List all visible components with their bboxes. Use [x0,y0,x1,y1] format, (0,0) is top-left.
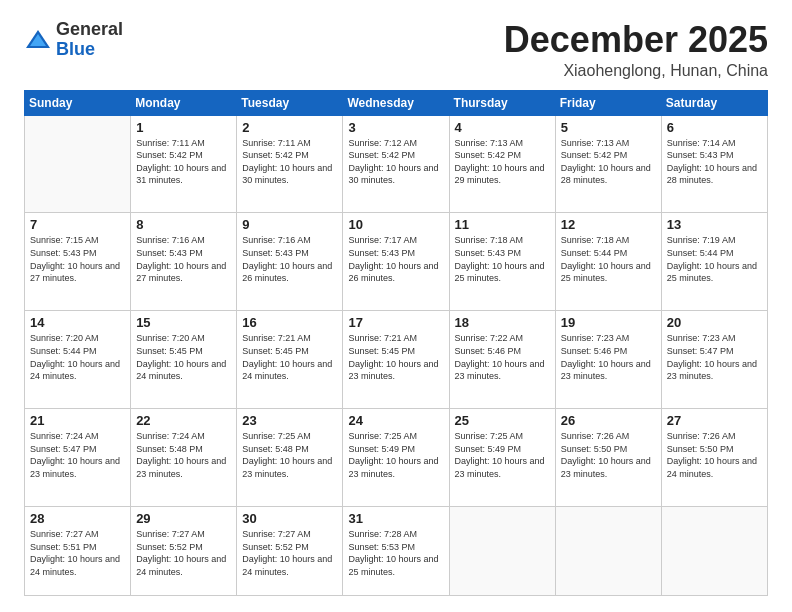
weekday-header: Tuesday [237,90,343,115]
day-info: Sunrise: 7:21 AM Sunset: 5:45 PM Dayligh… [348,332,443,382]
weekday-header: Thursday [449,90,555,115]
calendar-cell: 6Sunrise: 7:14 AM Sunset: 5:43 PM Daylig… [661,115,767,213]
day-number: 20 [667,315,762,330]
day-number: 29 [136,511,231,526]
calendar-cell: 18Sunrise: 7:22 AM Sunset: 5:46 PM Dayli… [449,311,555,409]
day-info: Sunrise: 7:27 AM Sunset: 5:52 PM Dayligh… [136,528,231,578]
day-number: 6 [667,120,762,135]
day-info: Sunrise: 7:20 AM Sunset: 5:44 PM Dayligh… [30,332,125,382]
week-row: 14Sunrise: 7:20 AM Sunset: 5:44 PM Dayli… [25,311,768,409]
day-info: Sunrise: 7:13 AM Sunset: 5:42 PM Dayligh… [561,137,656,187]
calendar-table: SundayMondayTuesdayWednesdayThursdayFrid… [24,90,768,596]
day-info: Sunrise: 7:27 AM Sunset: 5:51 PM Dayligh… [30,528,125,578]
week-row: 7Sunrise: 7:15 AM Sunset: 5:43 PM Daylig… [25,213,768,311]
day-info: Sunrise: 7:26 AM Sunset: 5:50 PM Dayligh… [667,430,762,480]
day-info: Sunrise: 7:25 AM Sunset: 5:49 PM Dayligh… [455,430,550,480]
day-number: 27 [667,413,762,428]
calendar-cell: 31Sunrise: 7:28 AM Sunset: 5:53 PM Dayli… [343,507,449,596]
weekday-header: Wednesday [343,90,449,115]
weekday-header: Saturday [661,90,767,115]
calendar-cell: 9Sunrise: 7:16 AM Sunset: 5:43 PM Daylig… [237,213,343,311]
calendar-cell: 13Sunrise: 7:19 AM Sunset: 5:44 PM Dayli… [661,213,767,311]
day-info: Sunrise: 7:12 AM Sunset: 5:42 PM Dayligh… [348,137,443,187]
calendar-cell: 21Sunrise: 7:24 AM Sunset: 5:47 PM Dayli… [25,409,131,507]
calendar-cell: 29Sunrise: 7:27 AM Sunset: 5:52 PM Dayli… [131,507,237,596]
day-info: Sunrise: 7:11 AM Sunset: 5:42 PM Dayligh… [242,137,337,187]
logo: General Blue [24,20,123,60]
calendar-cell: 8Sunrise: 7:16 AM Sunset: 5:43 PM Daylig… [131,213,237,311]
day-number: 5 [561,120,656,135]
day-number: 3 [348,120,443,135]
calendar-cell: 17Sunrise: 7:21 AM Sunset: 5:45 PM Dayli… [343,311,449,409]
day-info: Sunrise: 7:28 AM Sunset: 5:53 PM Dayligh… [348,528,443,578]
day-number: 25 [455,413,550,428]
calendar-cell: 24Sunrise: 7:25 AM Sunset: 5:49 PM Dayli… [343,409,449,507]
calendar-cell: 22Sunrise: 7:24 AM Sunset: 5:48 PM Dayli… [131,409,237,507]
day-number: 9 [242,217,337,232]
day-info: Sunrise: 7:11 AM Sunset: 5:42 PM Dayligh… [136,137,231,187]
day-info: Sunrise: 7:18 AM Sunset: 5:44 PM Dayligh… [561,234,656,284]
day-info: Sunrise: 7:16 AM Sunset: 5:43 PM Dayligh… [136,234,231,284]
calendar-cell: 2Sunrise: 7:11 AM Sunset: 5:42 PM Daylig… [237,115,343,213]
day-number: 26 [561,413,656,428]
page: General Blue December 2025 Xiaohenglong,… [0,0,792,612]
calendar-cell: 4Sunrise: 7:13 AM Sunset: 5:42 PM Daylig… [449,115,555,213]
day-number: 13 [667,217,762,232]
day-info: Sunrise: 7:17 AM Sunset: 5:43 PM Dayligh… [348,234,443,284]
day-info: Sunrise: 7:21 AM Sunset: 5:45 PM Dayligh… [242,332,337,382]
location: Xiaohenglong, Hunan, China [504,62,768,80]
calendar-cell [661,507,767,596]
logo-text: General Blue [56,20,123,60]
day-number: 12 [561,217,656,232]
calendar-cell: 25Sunrise: 7:25 AM Sunset: 5:49 PM Dayli… [449,409,555,507]
week-row: 21Sunrise: 7:24 AM Sunset: 5:47 PM Dayli… [25,409,768,507]
week-row: 28Sunrise: 7:27 AM Sunset: 5:51 PM Dayli… [25,507,768,596]
day-number: 21 [30,413,125,428]
calendar-cell [449,507,555,596]
day-info: Sunrise: 7:16 AM Sunset: 5:43 PM Dayligh… [242,234,337,284]
day-number: 11 [455,217,550,232]
calendar-cell: 15Sunrise: 7:20 AM Sunset: 5:45 PM Dayli… [131,311,237,409]
calendar-cell: 27Sunrise: 7:26 AM Sunset: 5:50 PM Dayli… [661,409,767,507]
day-info: Sunrise: 7:23 AM Sunset: 5:46 PM Dayligh… [561,332,656,382]
day-info: Sunrise: 7:14 AM Sunset: 5:43 PM Dayligh… [667,137,762,187]
calendar-cell: 19Sunrise: 7:23 AM Sunset: 5:46 PM Dayli… [555,311,661,409]
day-number: 14 [30,315,125,330]
calendar-cell: 5Sunrise: 7:13 AM Sunset: 5:42 PM Daylig… [555,115,661,213]
calendar-cell: 16Sunrise: 7:21 AM Sunset: 5:45 PM Dayli… [237,311,343,409]
weekday-header: Sunday [25,90,131,115]
day-number: 22 [136,413,231,428]
month-title: December 2025 [504,20,768,60]
calendar-cell: 23Sunrise: 7:25 AM Sunset: 5:48 PM Dayli… [237,409,343,507]
weekday-header: Friday [555,90,661,115]
weekday-header: Monday [131,90,237,115]
day-number: 16 [242,315,337,330]
calendar-cell: 1Sunrise: 7:11 AM Sunset: 5:42 PM Daylig… [131,115,237,213]
calendar-cell: 10Sunrise: 7:17 AM Sunset: 5:43 PM Dayli… [343,213,449,311]
day-info: Sunrise: 7:27 AM Sunset: 5:52 PM Dayligh… [242,528,337,578]
day-number: 7 [30,217,125,232]
day-number: 28 [30,511,125,526]
day-info: Sunrise: 7:19 AM Sunset: 5:44 PM Dayligh… [667,234,762,284]
day-number: 19 [561,315,656,330]
logo-icon [24,26,52,54]
week-row: 1Sunrise: 7:11 AM Sunset: 5:42 PM Daylig… [25,115,768,213]
calendar-cell: 26Sunrise: 7:26 AM Sunset: 5:50 PM Dayli… [555,409,661,507]
calendar-cell: 28Sunrise: 7:27 AM Sunset: 5:51 PM Dayli… [25,507,131,596]
day-number: 18 [455,315,550,330]
day-info: Sunrise: 7:22 AM Sunset: 5:46 PM Dayligh… [455,332,550,382]
logo-general: General [56,19,123,39]
day-number: 17 [348,315,443,330]
calendar-cell: 14Sunrise: 7:20 AM Sunset: 5:44 PM Dayli… [25,311,131,409]
day-number: 30 [242,511,337,526]
calendar-cell: 20Sunrise: 7:23 AM Sunset: 5:47 PM Dayli… [661,311,767,409]
day-info: Sunrise: 7:26 AM Sunset: 5:50 PM Dayligh… [561,430,656,480]
day-number: 2 [242,120,337,135]
day-info: Sunrise: 7:20 AM Sunset: 5:45 PM Dayligh… [136,332,231,382]
day-number: 31 [348,511,443,526]
day-info: Sunrise: 7:25 AM Sunset: 5:49 PM Dayligh… [348,430,443,480]
title-block: December 2025 Xiaohenglong, Hunan, China [504,20,768,80]
day-number: 4 [455,120,550,135]
calendar-cell: 30Sunrise: 7:27 AM Sunset: 5:52 PM Dayli… [237,507,343,596]
calendar-cell: 12Sunrise: 7:18 AM Sunset: 5:44 PM Dayli… [555,213,661,311]
